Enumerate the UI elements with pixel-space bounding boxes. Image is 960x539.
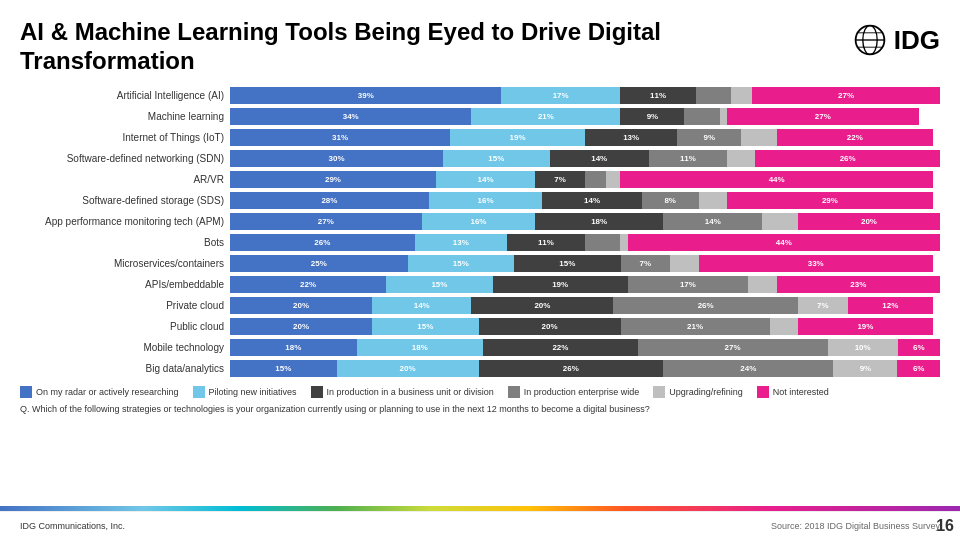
segment-label: 15% <box>559 259 575 268</box>
segment-label: 7% <box>640 259 652 268</box>
table-row: Artificial Intelligence (AI)39%17%11%27% <box>20 86 940 105</box>
footer: IDG Communications, Inc. Source: 2018 ID… <box>0 511 960 539</box>
segment-label: 27% <box>838 91 854 100</box>
bar-area: 27%16%18%14%20% <box>230 213 940 230</box>
main-container: AI & Machine Learning Tools Being Eyed t… <box>0 0 960 539</box>
segment-label: 27% <box>725 343 741 352</box>
segment-label: 14% <box>478 175 494 184</box>
bar-area: 15%20%26%24%9%6% <box>230 360 940 377</box>
segment-label: 20% <box>861 217 877 226</box>
segment-label: 15% <box>417 322 433 331</box>
segment-label: 24% <box>740 364 756 373</box>
legend-label: In production enterprise wide <box>524 387 640 397</box>
legend-item: Upgrading/refining <box>653 386 743 398</box>
legend-item: In production in a business unit or divi… <box>311 386 494 398</box>
bar-area: 31%19%13%9%22% <box>230 129 940 146</box>
bar-segment <box>731 87 752 104</box>
legend-color-box <box>20 386 32 398</box>
legend-item: Not interested <box>757 386 829 398</box>
bar-segment: 30% <box>230 150 443 167</box>
bar-area: 28%16%14%8%29% <box>230 192 940 209</box>
segment-label: 39% <box>358 91 374 100</box>
segment-label: 26% <box>314 238 330 247</box>
bar-area: 39%17%11%27% <box>230 87 940 104</box>
bar-segment: 24% <box>663 360 833 377</box>
segment-label: 11% <box>680 154 696 163</box>
bar-segment: 29% <box>230 171 436 188</box>
segment-label: 22% <box>300 280 316 289</box>
segment-label: 16% <box>478 196 494 205</box>
segment-label: 20% <box>541 322 557 331</box>
bar-segment: 26% <box>230 234 415 251</box>
segment-label: 17% <box>553 91 569 100</box>
bar-segment <box>696 87 731 104</box>
bar-segment: 22% <box>230 276 386 293</box>
bar-segment: 19% <box>493 276 628 293</box>
bar-segment: 14% <box>663 213 762 230</box>
row-label: Machine learning <box>20 111 230 122</box>
legend-color-box <box>757 386 769 398</box>
page-title: AI & Machine Learning Tools Being Eyed t… <box>20 18 720 76</box>
table-row: Microservices/containers25%15%15%7%33% <box>20 254 940 273</box>
bar-segment: 14% <box>372 297 471 314</box>
segment-label: 26% <box>698 301 714 310</box>
bar-segment: 20% <box>230 297 372 314</box>
segment-label: 8% <box>664 196 676 205</box>
segment-label: 15% <box>488 154 504 163</box>
bar-segment <box>684 108 720 125</box>
bar-segment <box>670 255 698 272</box>
bar-segment <box>727 150 755 167</box>
segment-label: 22% <box>847 133 863 142</box>
segment-label: 34% <box>343 112 359 121</box>
bar-area: 30%15%14%11%26% <box>230 150 940 167</box>
bar-segment: 15% <box>514 255 621 272</box>
bar-segment: 9% <box>833 360 897 377</box>
bar-segment <box>720 108 727 125</box>
legend: On my radar or actively researchingPilot… <box>20 386 940 398</box>
segment-label: 19% <box>552 280 568 289</box>
bar-segment: 26% <box>613 297 798 314</box>
bar-segment: 20% <box>230 318 372 335</box>
bar-segment: 14% <box>550 150 649 167</box>
bar-segment: 18% <box>357 339 484 356</box>
bar-segment: 39% <box>230 87 501 104</box>
table-row: Big data/analytics15%20%26%24%9%6% <box>20 359 940 378</box>
bar-segment: 15% <box>372 318 479 335</box>
segment-label: 20% <box>399 364 415 373</box>
bar-segment: 31% <box>230 129 450 146</box>
bar-segment: 44% <box>628 234 940 251</box>
segment-label: 14% <box>414 301 430 310</box>
table-row: Software-defined networking (SDN)30%15%1… <box>20 149 940 168</box>
segment-label: 6% <box>913 343 925 352</box>
bar-segment: 27% <box>638 339 828 356</box>
bar-segment: 17% <box>628 276 749 293</box>
row-label: Bots <box>20 237 230 248</box>
page-number: 16 <box>936 517 954 535</box>
segment-label: 28% <box>321 196 337 205</box>
table-row: APIs/embeddable22%15%19%17%23% <box>20 275 940 294</box>
bar-segment: 23% <box>777 276 940 293</box>
segment-label: 14% <box>591 154 607 163</box>
segment-label: 15% <box>275 364 291 373</box>
segment-label: 29% <box>822 196 838 205</box>
bar-segment: 7% <box>798 297 848 314</box>
segment-label: 44% <box>769 175 785 184</box>
segment-label: 9% <box>647 112 659 121</box>
logo-area: IDG <box>852 22 940 58</box>
legend-item: In production enterprise wide <box>508 386 640 398</box>
idg-logo-text: IDG <box>894 25 940 56</box>
bar-area: 34%21%9%27% <box>230 108 940 125</box>
bar-segment: 25% <box>230 255 408 272</box>
segment-label: 26% <box>563 364 579 373</box>
segment-label: 9% <box>860 364 872 373</box>
legend-color-box <box>653 386 665 398</box>
bar-segment <box>585 234 621 251</box>
segment-label: 18% <box>285 343 301 352</box>
legend-item: Piloting new initiatives <box>193 386 297 398</box>
bar-segment: 17% <box>501 87 619 104</box>
segment-label: 31% <box>332 133 348 142</box>
bar-segment <box>620 234 627 251</box>
row-label: Private cloud <box>20 300 230 311</box>
legend-label: Upgrading/refining <box>669 387 743 397</box>
bar-segment: 16% <box>429 192 543 209</box>
